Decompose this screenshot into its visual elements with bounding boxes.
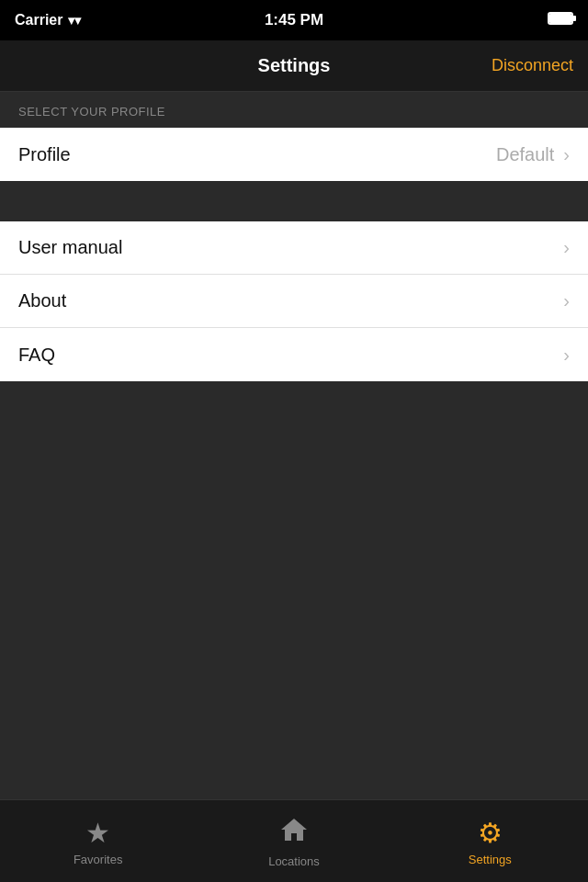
- wifi-icon: ▾▾: [68, 13, 81, 28]
- user-manual-label: User manual: [18, 237, 122, 258]
- nav-title: Settings: [258, 55, 331, 76]
- battery-indicator: [548, 12, 573, 28]
- gear-icon: ⚙: [478, 817, 503, 849]
- profile-item-right: Default ›: [496, 144, 570, 165]
- tab-bar: Favorites Locations ⚙ Settings: [0, 799, 588, 882]
- house-icon: [279, 815, 309, 851]
- carrier-wifi: Carrier ▾▾: [15, 12, 81, 28]
- tab-locations[interactable]: Locations: [196, 815, 391, 868]
- faq-label: FAQ: [18, 345, 55, 366]
- profile-value: Default: [496, 144, 554, 165]
- tab-settings-label: Settings: [469, 853, 512, 866]
- tab-favorites-label: Favorites: [74, 853, 122, 866]
- about-chevron-icon: ›: [563, 290, 570, 311]
- profile-section-header: SELECT YOUR PROFILE: [0, 92, 588, 128]
- profile-section: Profile Default ›: [0, 128, 588, 181]
- status-time: 1:45 PM: [265, 11, 323, 29]
- tab-favorites[interactable]: Favorites: [0, 817, 196, 866]
- tab-settings[interactable]: ⚙ Settings: [392, 817, 588, 866]
- dark-fill-area: [0, 381, 588, 799]
- content-area: SELECT YOUR PROFILE Profile Default › Us…: [0, 92, 588, 799]
- section-gap: [0, 181, 588, 221]
- user-manual-chevron-icon: ›: [563, 237, 570, 258]
- nav-bar: Settings Disconnect: [0, 40, 588, 92]
- profile-item-left: Profile: [18, 144, 71, 165]
- battery-fill: [549, 14, 571, 23]
- star-icon: [85, 817, 110, 849]
- status-bar: Carrier ▾▾ 1:45 PM: [0, 0, 588, 40]
- profile-list-item[interactable]: Profile Default ›: [0, 128, 588, 181]
- profile-label: Profile: [18, 144, 71, 165]
- user-manual-item[interactable]: User manual ›: [0, 221, 588, 275]
- profile-chevron-icon: ›: [563, 144, 570, 165]
- faq-chevron-icon: ›: [563, 345, 570, 366]
- tab-locations-label: Locations: [268, 854, 320, 868]
- about-label: About: [18, 290, 66, 311]
- about-item[interactable]: About ›: [0, 275, 588, 328]
- disconnect-button[interactable]: Disconnect: [492, 56, 573, 75]
- carrier-text: Carrier: [15, 12, 62, 28]
- info-section: User manual › About › FAQ ›: [0, 221, 588, 381]
- battery-icon: [548, 12, 573, 25]
- faq-item[interactable]: FAQ ›: [0, 328, 588, 381]
